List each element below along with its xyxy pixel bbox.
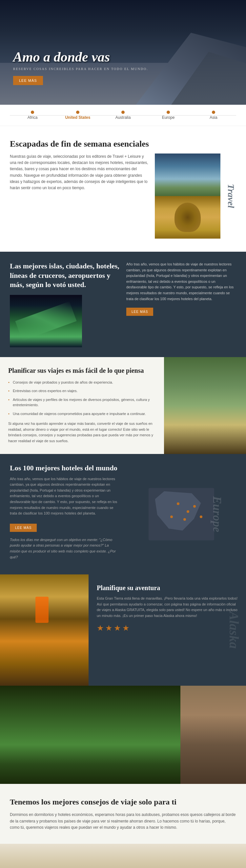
nav-dot-europe bbox=[167, 111, 170, 114]
escapadas-title: Escapadas de fin de semana esenciales bbox=[10, 139, 236, 149]
star-2: ★ bbox=[105, 623, 112, 633]
countryside-image bbox=[164, 357, 246, 454]
map-europe-shape bbox=[155, 491, 201, 531]
escapadas-section: Escapadas de fin de semana esenciales Nu… bbox=[0, 126, 246, 252]
hoteles-quote: Todos los días me despegué con un objeti… bbox=[10, 537, 120, 560]
star-4: ★ bbox=[122, 623, 130, 633]
star-1: ★ bbox=[97, 623, 104, 633]
map-dot-2 bbox=[187, 510, 189, 513]
escapadas-images bbox=[155, 154, 220, 239]
map-background bbox=[148, 488, 214, 540]
aventura-section: Planifique su aventura Esta Gran Tierra … bbox=[0, 575, 246, 686]
map-dot-5 bbox=[193, 505, 196, 508]
hoteles-right: Europe bbox=[126, 464, 236, 565]
nav-item-asia[interactable]: Asia bbox=[191, 111, 236, 120]
hoteles-title: Los 100 mejores hoteles del mundo bbox=[10, 464, 120, 472]
list-item-4: Una comunidad de viajeros comprometidos … bbox=[8, 411, 156, 417]
nav-dot-australia bbox=[121, 111, 125, 114]
aventura-text: Esta Gran Tierra está llena de maravilla… bbox=[97, 596, 238, 619]
nav-item-usa[interactable]: United States bbox=[55, 111, 100, 120]
hoteles-section: Los 100 mejores hoteles del mundo Año tr… bbox=[0, 454, 246, 575]
nav-item-australia[interactable]: Australia bbox=[100, 111, 146, 120]
destination-nav: Africa United States Australia Europe As… bbox=[0, 105, 246, 126]
consejos-text-block: Tenemos los mejores consejos de viaje so… bbox=[10, 797, 236, 831]
islands-title: Las mejores islas, ciudades, hoteles, lí… bbox=[10, 261, 120, 290]
escapadas-content: Nuestras guías de viaje, seleccionadas p… bbox=[10, 154, 236, 239]
alaska-vertical-label: Alaska bbox=[226, 612, 242, 649]
consejos-section: Tenemos los mejores consejos de viaje so… bbox=[0, 784, 246, 844]
aurora-image bbox=[10, 295, 82, 347]
list-item-3: Artículos de viajes y perfiles de los me… bbox=[8, 397, 156, 408]
hero-subtitle: RESERVE COSAS INCREIBLES PARA HACER EN T… bbox=[13, 67, 148, 71]
nav-dot-asia bbox=[212, 111, 215, 114]
europe-map: Europe bbox=[148, 488, 214, 540]
bridge-image bbox=[181, 686, 246, 784]
travel-vertical-label: Travel bbox=[226, 184, 236, 208]
nav-label-australia: Australia bbox=[115, 115, 131, 120]
islands-right: Año tras año, vemos que los hábitos de v… bbox=[126, 261, 236, 316]
islands-left: Las mejores islas, ciudades, hoteles, lí… bbox=[10, 261, 120, 347]
islands-section: Las mejores islas, ciudades, hoteles, lí… bbox=[0, 252, 246, 357]
islands-cta-button[interactable]: Lee más bbox=[126, 308, 153, 316]
trees-image bbox=[0, 686, 181, 784]
map-dot-3 bbox=[183, 518, 186, 521]
hero-title: Amo a donde vas bbox=[13, 50, 148, 64]
islands-text: Año tras año, vemos que los hábitos de v… bbox=[126, 261, 236, 302]
hero-cta-button[interactable]: Lee más bbox=[13, 76, 43, 85]
viaduct-section bbox=[0, 844, 246, 868]
hero-section: Amo a donde vas RESERVE COSAS INCREIBLES… bbox=[0, 0, 246, 105]
list-item-1: Consejos de viaje probados y puestos de … bbox=[8, 380, 156, 385]
planificar-list: Consejos de viaje probados y puestos de … bbox=[8, 380, 156, 417]
mountain-image bbox=[155, 154, 220, 196]
nav-label-africa: Africa bbox=[28, 115, 38, 120]
nature-section bbox=[0, 686, 246, 784]
hoteles-cta-button[interactable]: Lee más bbox=[10, 524, 37, 532]
aventura-title: Planifique su aventura bbox=[97, 584, 238, 592]
planificar-left: Planificar sus viajes es más fácil de lo… bbox=[0, 357, 164, 454]
nav-dot-africa bbox=[31, 111, 34, 114]
nav-label-usa: United States bbox=[65, 115, 90, 120]
hoteles-text: Año tras año, vemos que los hábitos de v… bbox=[10, 476, 120, 517]
nav-item-africa[interactable]: Africa bbox=[10, 111, 55, 120]
escapadas-text: Nuestras guías de viaje, seleccionadas p… bbox=[10, 154, 148, 191]
planificar-title: Planificar sus viajes es más fácil de lo… bbox=[8, 367, 156, 374]
consejos-title: Tenemos los mejores consejos de viaje so… bbox=[10, 797, 236, 807]
map-dot-1 bbox=[177, 502, 180, 505]
aventura-right: Planifique su aventura Esta Gran Tierra … bbox=[88, 575, 246, 686]
highland-cow-image bbox=[155, 196, 220, 239]
hero-content: Amo a donde vas RESERVE COSAS INCREIBLES… bbox=[13, 50, 148, 85]
planificar-text: Si alguna vez ha querido aprender a viaj… bbox=[8, 421, 156, 444]
hiker-image bbox=[0, 575, 88, 686]
planificar-right bbox=[164, 357, 246, 454]
consejos-text: Dormimos en dormitorios y hoteles económ… bbox=[10, 812, 236, 831]
star-3: ★ bbox=[114, 623, 121, 633]
map-dot-6 bbox=[200, 516, 202, 518]
rating-stars: ★ ★ ★ ★ bbox=[97, 623, 238, 633]
europe-vertical-label: Europe bbox=[210, 496, 224, 532]
list-item-2: Entrevistas con otros expertos en viajes… bbox=[8, 388, 156, 394]
nav-label-europe: Europe bbox=[162, 115, 175, 120]
nav-item-europe[interactable]: Europe bbox=[146, 111, 191, 120]
nav-dot-usa bbox=[76, 111, 79, 114]
nav-label-asia: Asia bbox=[210, 115, 217, 120]
hoteles-left: Los 100 mejores hoteles del mundo Año tr… bbox=[10, 464, 120, 565]
planificar-section: Planificar sus viajes es más fácil de lo… bbox=[0, 357, 246, 454]
map-dot-4 bbox=[170, 516, 173, 518]
